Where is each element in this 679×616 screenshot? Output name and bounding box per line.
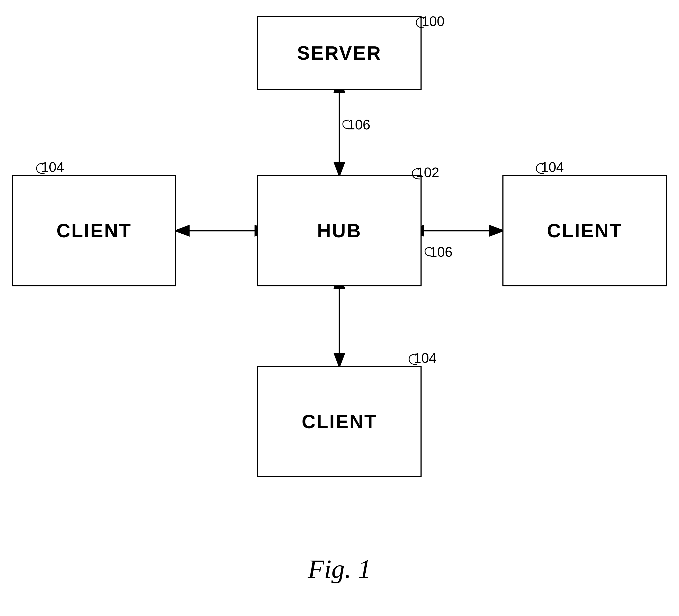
client-left-node: CLIENT (12, 175, 176, 286)
figure-caption: Fig. 1 (308, 554, 371, 584)
arrows-svg (0, 0, 679, 616)
brace-conn-hub-right (423, 245, 439, 259)
brace-conn-server-hub (341, 118, 357, 131)
brace-hub (410, 166, 431, 182)
diagram-container: SERVER HUB CLIENT CLIENT CLIENT 100 102 … (0, 0, 679, 616)
client-right-label: CLIENT (547, 220, 622, 241)
client-bottom-label: CLIENT (302, 411, 377, 432)
client-bottom-node: CLIENT (257, 366, 422, 477)
brace-client-left (34, 160, 55, 176)
client-left-label: CLIENT (57, 220, 132, 241)
client-right-node: CLIENT (503, 175, 667, 286)
brace-client-right (534, 160, 555, 176)
hub-node: HUB (257, 175, 422, 286)
hub-label: HUB (317, 220, 362, 241)
server-node: SERVER (257, 16, 422, 90)
brace-server (414, 14, 435, 31)
brace-client-bottom (407, 351, 428, 367)
server-label: SERVER (297, 42, 382, 64)
